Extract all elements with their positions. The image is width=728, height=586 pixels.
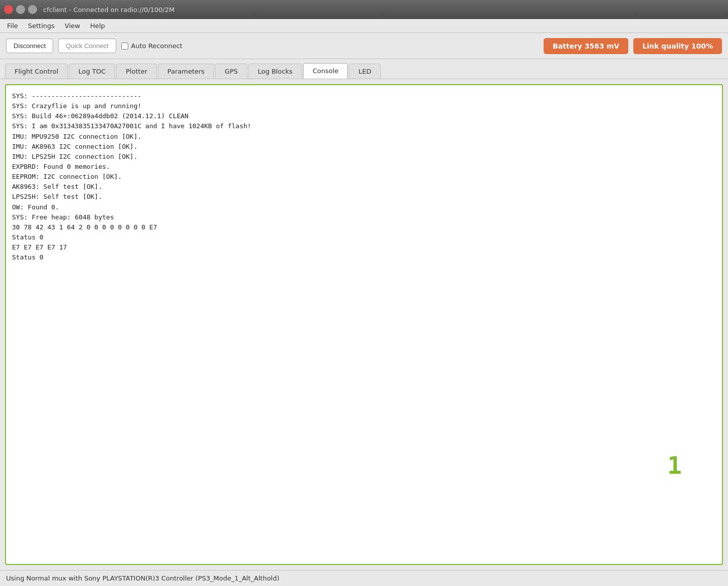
console-line: SYS: Free heap: 6048 bytes: [12, 212, 716, 222]
console-line: SYS: Crazyflie is up and running!: [12, 101, 716, 111]
menu-file[interactable]: File: [2, 21, 23, 31]
tab-gps[interactable]: GPS: [215, 64, 247, 79]
battery-badge: Battery 3563 mV: [544, 38, 628, 54]
tab-led[interactable]: LED: [349, 64, 380, 79]
tab-console[interactable]: Console: [303, 63, 348, 79]
console-line: OW: Found 0.: [12, 202, 716, 212]
console-line: SYS: I am 0x31343835133470A27001C and I …: [12, 121, 716, 131]
toolbar: Disconnect Quick Connect Auto Reconnect …: [0, 33, 728, 59]
console-line: SYS: ----------------------------: [12, 91, 716, 101]
tab-flight-control[interactable]: Flight Control: [5, 64, 68, 79]
window-controls: [4, 5, 37, 14]
maximize-button[interactable]: [28, 5, 37, 14]
console-line: IMU: MPU9250 I2C connection [OK].: [12, 132, 716, 142]
disconnect-button[interactable]: Disconnect: [6, 39, 53, 53]
title-bar: cfclient - Connected on radio://0/100/2M: [0, 0, 728, 19]
console-line: EXPBRD: Found 0 memories.: [12, 162, 716, 172]
console-line: SYS: Build 46+:06289a4ddb02 (2014.12.1) …: [12, 111, 716, 121]
tab-log-toc[interactable]: Log TOC: [69, 64, 115, 79]
menu-settings[interactable]: Settings: [23, 21, 60, 31]
console-line: IMU: AK8963 I2C connection [OK].: [12, 142, 716, 152]
close-button[interactable]: [4, 5, 13, 14]
console-number-indicator: 1: [667, 447, 682, 484]
console-line: LPS25H: Self test [OK].: [12, 192, 716, 202]
tab-log-blocks[interactable]: Log Blocks: [249, 64, 302, 79]
console-output: SYS: ----------------------------SYS: Cr…: [12, 91, 716, 262]
console-line: IMU: LPS25H I2C connection [OK].: [12, 152, 716, 162]
main-content: SYS: ----------------------------SYS: Cr…: [0, 79, 728, 570]
status-text: Using Normal mux with Sony PLAYSTATION(R…: [6, 574, 280, 582]
menu-bar: File Settings View Help: [0, 19, 728, 33]
console-line: E7 E7 E7 E7 17: [12, 242, 716, 252]
menu-view[interactable]: View: [60, 21, 85, 31]
tabs-bar: Flight Control Log TOC Plotter Parameter…: [0, 59, 728, 79]
console-line: 30 78 42 43 1 64 2 0 0 0 0 0 0 0 0 E7: [12, 222, 716, 232]
tab-plotter[interactable]: Plotter: [116, 64, 157, 79]
quick-connect-button[interactable]: Quick Connect: [58, 39, 116, 53]
console-line: Status 0: [12, 252, 716, 262]
tab-parameters[interactable]: Parameters: [158, 64, 214, 79]
link-quality-badge: Link quality 100%: [633, 38, 722, 54]
console-line: Status 0: [12, 232, 716, 242]
minimize-button[interactable]: [16, 5, 25, 14]
console-area[interactable]: SYS: ----------------------------SYS: Cr…: [5, 84, 723, 565]
console-line: AK8963: Self test [OK].: [12, 182, 716, 192]
auto-reconnect-label: Auto Reconnect: [131, 42, 183, 50]
auto-reconnect-checkbox[interactable]: [121, 43, 128, 50]
status-bar: Using Normal mux with Sony PLAYSTATION(R…: [0, 570, 728, 586]
console-line: EEPROM: I2C connection [OK].: [12, 172, 716, 182]
auto-reconnect-area: Auto Reconnect: [121, 42, 183, 50]
menu-help[interactable]: Help: [85, 21, 110, 31]
window-title: cfclient - Connected on radio://0/100/2M: [43, 6, 174, 14]
